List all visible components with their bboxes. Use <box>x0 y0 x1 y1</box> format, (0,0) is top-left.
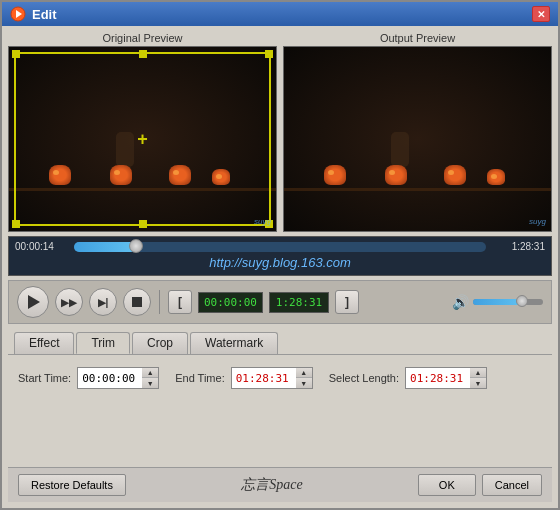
lantern-1 <box>49 165 71 185</box>
content-area: Original Preview <box>2 26 558 508</box>
next-frame-icon: ▶| <box>98 297 109 308</box>
output-preview-video: suyg <box>283 46 552 232</box>
volume-icon: 🔊 <box>452 294 469 310</box>
end-time-down[interactable]: ▼ <box>296 378 312 388</box>
timeline-fill <box>74 242 136 252</box>
timeline-start-time: 00:00:14 <box>15 241 70 252</box>
bracket-icon: [ <box>178 295 182 309</box>
bottom-right-buttons: OK Cancel <box>418 474 542 496</box>
app-icon <box>10 6 26 22</box>
end-time-display: 1:28:31 <box>269 292 329 313</box>
volume-area: 🔊 <box>452 294 543 310</box>
end-time-input-group: ▲ ▼ <box>231 367 313 389</box>
select-length-input-group: ▲ ▼ <box>405 367 487 389</box>
restore-defaults-button[interactable]: Restore Defaults <box>18 474 126 496</box>
output-video-watermark: suyg <box>529 217 546 226</box>
next-frame-button[interactable]: ▶| <box>89 288 117 316</box>
original-preview-video: + suyg <box>8 46 277 232</box>
current-time-display: 00:00:00 <box>198 292 263 313</box>
original-scene: + suyg <box>9 47 276 231</box>
output-preview-label: Output Preview <box>283 32 552 44</box>
output-lantern-3 <box>444 165 466 185</box>
fast-forward-icon: ▶▶ <box>61 297 77 308</box>
select-length-input[interactable] <box>405 367 470 389</box>
timeline-row: 00:00:14 1:28:31 <box>15 241 545 252</box>
timeline-end-time: 1:28:31 <box>490 241 545 252</box>
start-time-spinner: ▲ ▼ <box>142 367 159 389</box>
output-lantern-1 <box>324 165 346 185</box>
select-length-up[interactable]: ▲ <box>470 368 486 378</box>
ok-button[interactable]: OK <box>418 474 476 496</box>
tabs-section: Effect Trim Crop Watermark <box>8 328 552 355</box>
bottom-bar: Restore Defaults 忘言Space OK Cancel <box>8 467 552 502</box>
output-table-surface <box>284 188 551 191</box>
play-icon <box>28 295 40 309</box>
timeline-track[interactable] <box>74 242 486 252</box>
window-title: Edit <box>32 7 57 22</box>
title-bar: Edit ✕ <box>2 2 558 26</box>
trim-fields-row: Start Time: ▲ ▼ End Time: <box>18 367 542 389</box>
edit-window: Edit ✕ Original Preview <box>0 0 560 510</box>
output-figure <box>391 132 409 167</box>
divider-1 <box>159 290 160 314</box>
original-preview-panel: Original Preview <box>8 32 277 232</box>
tab-trim[interactable]: Trim <box>76 332 130 354</box>
video-watermark: suyg <box>254 217 271 226</box>
start-time-label: Start Time: <box>18 372 71 384</box>
end-time-field: End Time: ▲ ▼ <box>175 367 313 389</box>
tab-crop[interactable]: Crop <box>132 332 188 354</box>
timeline-thumb[interactable] <box>129 239 143 253</box>
volume-fill <box>473 299 522 305</box>
cancel-button[interactable]: Cancel <box>482 474 542 496</box>
output-lantern-4 <box>487 169 505 185</box>
start-time-input[interactable] <box>77 367 142 389</box>
end-time-spinner: ▲ ▼ <box>296 367 313 389</box>
controls-section: ▶▶ ▶| [ 00:00:00 1:28:31 ] <box>8 280 552 324</box>
end-time-label: End Time: <box>175 372 225 384</box>
select-length-down[interactable]: ▼ <box>470 378 486 388</box>
watermark-url: http://suyg.blog.163.com <box>15 254 545 271</box>
volume-thumb[interactable] <box>516 295 528 307</box>
output-scene-elements <box>284 47 551 231</box>
lantern-3 <box>169 165 191 185</box>
select-length-label: Select Length: <box>329 372 399 384</box>
lantern-2 <box>110 165 132 185</box>
brand-text: 忘言Space <box>241 476 302 494</box>
figure <box>116 132 134 167</box>
output-preview-panel: Output Preview suyg <box>283 32 552 232</box>
stop-button[interactable] <box>123 288 151 316</box>
output-scene: suyg <box>284 47 551 231</box>
end-time-up[interactable]: ▲ <box>296 368 312 378</box>
original-preview-label: Original Preview <box>8 32 277 44</box>
end-time-input[interactable] <box>231 367 296 389</box>
fast-forward-button[interactable]: ▶▶ <box>55 288 83 316</box>
timeline-section: 00:00:14 1:28:31 http://suyg.blog.163.co… <box>8 236 552 276</box>
select-length-field: Select Length: ▲ ▼ <box>329 367 487 389</box>
lantern-4 <box>212 169 230 185</box>
scene-elements <box>9 47 276 231</box>
select-length-spinner: ▲ ▼ <box>470 367 487 389</box>
stop-icon <box>132 297 142 307</box>
start-time-up[interactable]: ▲ <box>142 368 158 378</box>
start-time-input-group: ▲ ▼ <box>77 367 159 389</box>
table-surface <box>9 188 276 191</box>
tab-effect[interactable]: Effect <box>14 332 74 354</box>
trim-panel: Start Time: ▲ ▼ End Time: <box>8 359 552 397</box>
clip-end-button[interactable]: ] <box>335 290 359 314</box>
output-lantern-2 <box>385 165 407 185</box>
bracket-end-icon: ] <box>345 295 349 309</box>
preview-section: Original Preview <box>8 32 552 232</box>
tab-watermark[interactable]: Watermark <box>190 332 278 354</box>
start-time-down[interactable]: ▼ <box>142 378 158 388</box>
start-time-field: Start Time: ▲ ▼ <box>18 367 159 389</box>
play-button[interactable] <box>17 286 49 318</box>
close-button[interactable]: ✕ <box>532 6 550 22</box>
volume-slider[interactable] <box>473 299 543 305</box>
clip-start-button[interactable]: [ <box>168 290 192 314</box>
title-bar-left: Edit <box>10 6 57 22</box>
